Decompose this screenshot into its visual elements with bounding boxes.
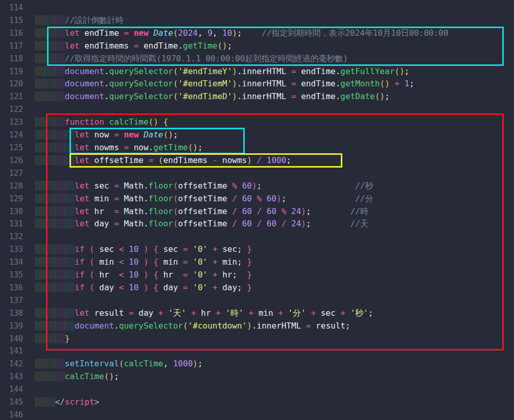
code-line[interactable]: 123 function calcTime() { [0, 116, 514, 129]
code-token: ( [173, 194, 178, 203]
code-token: '秒' [350, 308, 368, 318]
line-number[interactable]: 146 [0, 409, 35, 420]
code-line[interactable]: 120 document.querySelector('#endTiemM').… [0, 78, 514, 90]
code-line[interactable]: 146 [0, 409, 514, 420]
code-line[interactable]: 137 [0, 294, 514, 307]
code-token: document [75, 321, 114, 331]
code-token: . [104, 91, 109, 101]
code-line[interactable]: 119 document.querySelector('#endTimeY').… [0, 65, 514, 78]
line-number[interactable]: 136 [0, 282, 35, 294]
line-number[interactable]: 128 [0, 180, 35, 193]
line-number[interactable]: 133 [0, 243, 35, 256]
line-number[interactable]: 126 [0, 154, 35, 167]
line-number[interactable]: 132 [0, 230, 35, 243]
code-line[interactable]: 127 [0, 167, 514, 180]
code-line[interactable]: 121 document.querySelector('#endTimeD').… [0, 90, 514, 103]
code-line[interactable]: 128 let sec = Math.floor(offsetTime % 60… [0, 180, 514, 193]
code-line[interactable]: 142 setInterval(calcTime, 1000); [0, 358, 514, 370]
code-token [262, 219, 267, 228]
code-line[interactable]: 133 if ( sec < 10 ) { sec = '0' + sec; } [0, 243, 514, 256]
code-line[interactable]: 129 let min = Math.floor(offsetTime / 60… [0, 193, 514, 205]
indent-guide [55, 66, 65, 76]
code-line[interactable]: 117 let endTimems = endTime.getTime(); [0, 40, 514, 53]
code-token: = [114, 206, 119, 216]
code-token: + [213, 283, 218, 292]
code-line[interactable]: 132 [0, 230, 514, 243]
indent-guide [35, 206, 45, 216]
code-line[interactable]: 130 let hr = Math.floor(offsetTime / 60 … [0, 205, 514, 218]
code-token [138, 257, 144, 267]
line-number[interactable]: 127 [0, 167, 35, 180]
line-number[interactable]: 144 [0, 383, 35, 396]
line-number[interactable]: 117 [0, 40, 35, 53]
line-number[interactable]: 134 [0, 256, 35, 269]
code-line[interactable]: 140 } [0, 333, 514, 345]
line-number[interactable]: 120 [0, 78, 35, 90]
code-token: result; [311, 321, 350, 331]
code-token: - [213, 155, 218, 165]
code-line[interactable]: 134 if ( min < 10 ) { min = '0' + min; } [0, 256, 514, 269]
code-token: < [119, 283, 124, 292]
line-number[interactable]: 119 [0, 65, 35, 78]
code-line-content: //取得指定時間的時間戳(1970.1.1 00:00:00起到指定時間經過的毫… [35, 53, 514, 65]
line-number[interactable]: 116 [0, 27, 35, 40]
line-number[interactable]: 124 [0, 129, 35, 142]
code-token: floor [149, 206, 173, 216]
line-number[interactable]: 130 [0, 205, 35, 218]
code-line[interactable]: 131 let day = Math.floor(offsetTime / 60… [0, 218, 514, 230]
code-line[interactable]: 139 document.querySelector('#countdown')… [0, 320, 514, 333]
line-number[interactable]: 125 [0, 142, 35, 154]
line-number[interactable]: 135 [0, 269, 35, 282]
code-line[interactable]: 126 let offsetTime = (endTimems - nowms)… [0, 154, 514, 167]
line-number[interactable]: 140 [0, 333, 35, 345]
code-token: 10 [129, 257, 138, 267]
line-number[interactable]: 118 [0, 53, 35, 65]
code-line[interactable]: 138 let result = day + '天' + hr + '時' + … [0, 307, 514, 320]
code-line[interactable]: 135 if ( hr < 10 ) { hr = '0' + hr; } [0, 269, 514, 282]
code-line[interactable]: 116 let endTime = new Date(2024, 9, 10);… [0, 27, 514, 40]
line-number[interactable]: 121 [0, 90, 35, 103]
code-line[interactable]: 145 </script> [0, 396, 514, 409]
code-line[interactable]: 136 if ( day < 10 ) { day = '0' + day; } [0, 282, 514, 294]
code-line-content: if ( sec < 10 ) { sec = '0' + sec; } [35, 243, 514, 256]
line-number[interactable]: 145 [0, 396, 35, 409]
line-number[interactable]: 142 [0, 358, 35, 370]
line-number[interactable]: 129 [0, 193, 35, 205]
code-line[interactable]: 141 [0, 345, 514, 358]
indent-guide [45, 143, 55, 152]
code-token: ( [173, 66, 178, 76]
indent-guide [35, 194, 45, 203]
code-line[interactable]: 122 [0, 103, 514, 116]
code-line[interactable]: 124 let now = new Date(); [0, 129, 514, 142]
line-number[interactable]: 114 [0, 2, 35, 14]
line-number[interactable]: 137 [0, 294, 35, 307]
code-token: endTime. [296, 66, 341, 76]
code-line[interactable]: 144 [0, 383, 514, 396]
code-token: = [291, 79, 296, 88]
line-number[interactable]: 143 [0, 370, 35, 383]
line-number[interactable]: 141 [0, 345, 35, 358]
indent-guide [45, 181, 55, 191]
line-number[interactable]: 131 [0, 218, 35, 230]
editor-code[interactable]: 114115 //設計倒數計時116 let endTime = new Dat… [0, 2, 514, 420]
line-number[interactable]: 122 [0, 103, 35, 116]
indent-guide [65, 130, 75, 139]
code-token: / [257, 219, 262, 228]
code-token: endTime. [296, 79, 341, 88]
line-number[interactable]: 139 [0, 320, 35, 333]
code-token: ; [198, 359, 203, 368]
code-line[interactable]: 118 //取得指定時間的時間戳(1970.1.1 00:00:00起到指定時間… [0, 53, 514, 65]
code-line[interactable]: 114 [0, 2, 514, 14]
code-token: 1000 [173, 359, 193, 368]
line-number[interactable]: 115 [0, 14, 35, 27]
code-line[interactable]: 115 //設計倒數計時 [0, 14, 514, 27]
code-token: ) [144, 244, 149, 254]
code-line[interactable]: 125 let nowms = now.getTime(); [0, 142, 514, 154]
code-line[interactable]: 143 calcTime(); [0, 370, 514, 383]
line-number[interactable]: 138 [0, 307, 35, 320]
indent-guide [55, 270, 65, 279]
code-token [149, 283, 154, 292]
line-number[interactable]: 123 [0, 116, 35, 129]
code-token: '0' [193, 244, 207, 254]
code-token: new [124, 130, 138, 139]
